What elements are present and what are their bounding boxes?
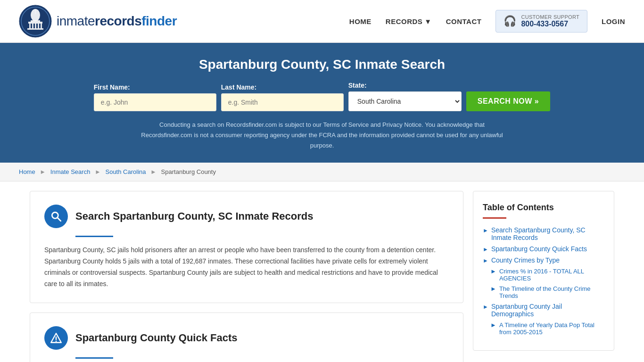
last-name-input[interactable]	[221, 93, 344, 111]
toc-sub-arrow-1: ►	[490, 268, 496, 275]
nav-home[interactable]: HOME	[349, 17, 372, 25]
card2-header: Spartanburg County Quick Facts	[44, 326, 449, 350]
breadcrumb: Home ► Inmate Search ► South Carolina ► …	[0, 163, 644, 181]
inmate-records-card: Search Spartanburg County, SC Inmate Rec…	[30, 191, 463, 303]
content-area: Search Spartanburg County, SC Inmate Rec…	[30, 191, 463, 362]
toc-sub-list: ► Crimes % in 2016 - TOTAL ALL AGENCIES …	[483, 268, 604, 299]
svg-rect-8	[38, 24, 39, 28]
card2-title: Spartanburg County Quick Facts	[75, 332, 238, 344]
alert-icon-circle	[44, 326, 68, 350]
logo-icon	[19, 5, 52, 38]
support-box[interactable]: 🎧 CUSTOMER SUPPORT 800-433-0567	[495, 10, 587, 33]
toc-link-2[interactable]: ► Spartanburg County Quick Facts	[483, 245, 604, 253]
toc-sub-item-2: ► The Timeline of the County Crime Trend…	[490, 285, 604, 299]
toc-link-6[interactable]: ► Spartanburg County Jail Demographics	[483, 303, 604, 318]
toc-underline	[483, 217, 506, 219]
last-name-group: Last Name:	[221, 83, 344, 111]
state-group: State: South Carolina Alabama Alaska Ari…	[348, 82, 462, 111]
toc-sub-link-1[interactable]: ► Crimes % in 2016 - TOTAL ALL AGENCIES	[490, 268, 604, 282]
toc-sub-arrow-3: ►	[490, 321, 496, 329]
alert-icon	[50, 332, 62, 344]
toc-card: Table of Contents ► Search Spartanburg C…	[473, 191, 614, 351]
svg-line-13	[58, 218, 61, 222]
toc-arrow-1: ►	[483, 227, 488, 234]
breadcrumb-home[interactable]: Home	[19, 168, 35, 175]
quick-facts-card: Spartanburg County Quick Facts	[30, 313, 463, 362]
svg-rect-7	[35, 24, 36, 28]
card1-header: Search Spartanburg County, SC Inmate Rec…	[44, 205, 449, 228]
logo-text: inmaterecordsfinder	[57, 14, 177, 29]
support-label: CUSTOMER SUPPORT	[521, 14, 579, 20]
svg-rect-11	[35, 9, 36, 14]
toc-sub-arrow-2: ►	[490, 285, 496, 292]
svg-rect-6	[32, 24, 33, 28]
last-name-label: Last Name:	[221, 83, 256, 91]
nav-login[interactable]: LOGIN	[602, 17, 625, 25]
card1-body: Spartanburg County, SC jails hold prison…	[44, 245, 449, 289]
breadcrumb-sep-2: ►	[95, 168, 101, 175]
svg-rect-10	[27, 28, 43, 30]
state-label: State:	[348, 82, 367, 89]
breadcrumb-state[interactable]: South Carolina	[105, 168, 146, 175]
toc-link-1[interactable]: ► Search Spartanburg County, SC Inmate R…	[483, 226, 604, 241]
toc-sub-link-2[interactable]: ► The Timeline of the County Crime Trend…	[490, 285, 604, 299]
breadcrumb-sep-1: ►	[40, 168, 46, 175]
nav-records[interactable]: RECORDS ▼	[386, 17, 432, 25]
main-nav: HOME RECORDS ▼ CONTACT 🎧 CUSTOMER SUPPOR…	[349, 10, 625, 33]
svg-rect-4	[28, 22, 42, 24]
toc-title: Table of Contents	[483, 203, 604, 213]
main-content: Search Spartanburg County, SC Inmate Rec…	[20, 191, 624, 362]
card1-underline	[75, 236, 113, 237]
nav-contact[interactable]: CONTACT	[446, 17, 482, 25]
state-select[interactable]: South Carolina Alabama Alaska Arizona Ca…	[348, 91, 462, 111]
support-number: 800-433-0567	[521, 20, 579, 28]
first-name-input[interactable]	[94, 93, 216, 111]
toc-sub-item-3: ► A Timeline of Yearly Data Pop Total fr…	[490, 321, 604, 336]
svg-point-16	[56, 341, 57, 342]
toc-link-3[interactable]: ► County Crimes by Type	[483, 256, 604, 264]
toc-sub-link-3[interactable]: ► A Timeline of Yearly Data Pop Total fr…	[490, 321, 604, 336]
site-header: inmaterecordsfinder HOME RECORDS ▼ CONTA…	[0, 0, 644, 43]
toc-sub-item-1: ► Crimes % in 2016 - TOTAL ALL AGENCIES	[490, 268, 604, 282]
toc-arrow-6: ►	[483, 304, 488, 310]
toc-item-1: ► Search Spartanburg County, SC Inmate R…	[483, 226, 604, 241]
search-icon-circle	[44, 205, 68, 228]
hero-section: Spartanburg County, SC Inmate Search Fir…	[0, 43, 644, 163]
chevron-down-icon: ▼	[424, 17, 431, 25]
card2-underline	[75, 357, 113, 359]
svg-rect-3	[31, 20, 40, 22]
search-icon	[50, 210, 62, 222]
sidebar: Table of Contents ► Search Spartanburg C…	[473, 191, 614, 351]
breadcrumb-inmate-search[interactable]: Inmate Search	[50, 168, 91, 175]
breadcrumb-county: Spartanburg County	[161, 168, 216, 175]
toc-item-2: ► Spartanburg County Quick Facts	[483, 245, 604, 253]
svg-rect-9	[41, 24, 42, 28]
hero-title: Spartanburg County, SC Inmate Search	[19, 57, 625, 72]
search-button[interactable]: SEARCH NOW »	[466, 91, 550, 111]
hero-disclaimer: Conducting a search on Recordsfinder.com…	[138, 120, 506, 151]
card1-title: Search Spartanburg County, SC Inmate Rec…	[75, 210, 313, 222]
svg-rect-5	[29, 24, 31, 28]
toc-arrow-3: ►	[483, 257, 488, 264]
search-form: First Name: Last Name: State: South Caro…	[19, 82, 625, 111]
toc-sub-list-2: ► A Timeline of Yearly Data Pop Total fr…	[483, 321, 604, 336]
logo[interactable]: inmaterecordsfinder	[19, 5, 177, 38]
toc-arrow-2: ►	[483, 246, 488, 253]
toc-item-6: ► Spartanburg County Jail Demographics	[483, 303, 604, 318]
headset-icon: 🎧	[504, 15, 516, 27]
toc-item-3: ► County Crimes by Type	[483, 256, 604, 264]
breadcrumb-sep-3: ►	[150, 168, 157, 175]
toc-list: ► Search Spartanburg County, SC Inmate R…	[483, 226, 604, 336]
first-name-group: First Name:	[94, 83, 216, 111]
first-name-label: First Name:	[94, 83, 130, 91]
